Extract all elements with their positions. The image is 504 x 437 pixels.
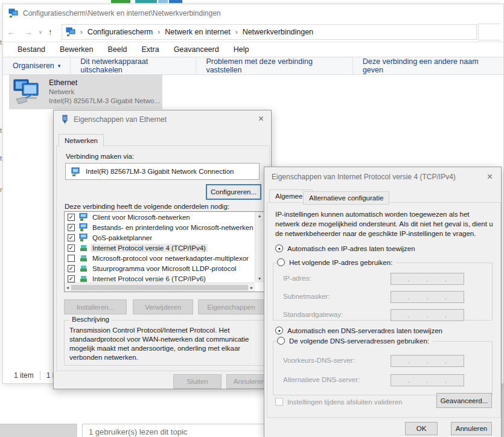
ethernet-connection-item[interactable]: Ethernet Netwerk Intel(R) 82567LM-3 Giga… bbox=[9, 74, 162, 109]
menu-beeld[interactable]: Beeld bbox=[100, 45, 134, 54]
search-box[interactable] bbox=[478, 24, 500, 40]
radio-auto-dns[interactable]: ● Automatisch een DNS-serveradres laten … bbox=[275, 327, 442, 334]
breadcrumb-separator[interactable]: › bbox=[235, 28, 238, 36]
dialog-titlebar[interactable]: Eigenschappen van Ethernet bbox=[54, 110, 271, 129]
dialog-title: Eigenschappen van Ethernet bbox=[74, 115, 167, 124]
intro-text: IP-instellingen kunnen automatisch worde… bbox=[275, 209, 495, 238]
topic-readers-text: 1 gebruiker(s) lezen dit topic bbox=[89, 427, 187, 436]
configure-button[interactable]: Configureren... bbox=[206, 184, 261, 200]
components-list[interactable]: ✓ Client voor Microsoft-netwerken ✓ Best… bbox=[64, 211, 264, 292]
preferred-dns-field[interactable]: . . . bbox=[391, 355, 464, 367]
window-title: Configuratiescherm\Netwerk en internet\N… bbox=[23, 9, 221, 18]
alternate-dns-field[interactable]: . . . bbox=[391, 374, 464, 386]
remove-button[interactable]: Verwijderen bbox=[133, 299, 193, 314]
adapter-icon bbox=[71, 167, 80, 176]
up-button[interactable]: ↑ bbox=[48, 27, 53, 37]
explorer-titlebar[interactable]: Configuratiescherm\Netwerk en internet\N… bbox=[3, 4, 503, 22]
back-button[interactable]: ← bbox=[7, 27, 16, 37]
install-button[interactable]: Installeren... bbox=[64, 299, 127, 314]
radio-manual-dns[interactable]: De volgende DNS-serveradressen gebruiken… bbox=[277, 337, 433, 345]
background-fragment bbox=[111, 0, 130, 3]
client-icon bbox=[78, 213, 88, 221]
vertical-scrollbar[interactable]: ▴ ▾ bbox=[255, 212, 264, 282]
address-location-icon bbox=[66, 27, 75, 37]
validate-settings-checkbox[interactable]: Instellingen tijdens afsluiten valideren bbox=[275, 398, 403, 406]
list-item[interactable]: Microsoft-protocol voor netwerkadapter-m… bbox=[65, 253, 264, 263]
dialog-title: Eigenschappen van Internet Protocol vers… bbox=[272, 173, 456, 181]
checkbox[interactable]: ✓ bbox=[68, 265, 75, 272]
breadcrumb-separator: › bbox=[80, 28, 83, 36]
ipv4-properties-dialog: Eigenschappen van Internet Protocol vers… bbox=[264, 167, 502, 437]
close-icon[interactable]: × bbox=[487, 172, 493, 182]
properties-button[interactable]: Eigenschappen bbox=[198, 299, 264, 314]
list-item[interactable]: ✓ Client voor Microsoft-netwerken bbox=[65, 212, 264, 222]
scroll-left-icon[interactable]: ◂ bbox=[66, 285, 69, 290]
forward-button[interactable]: → bbox=[24, 27, 33, 37]
scroll-right-icon[interactable]: ▸ bbox=[250, 285, 253, 290]
menu-bestand[interactable]: Bestand bbox=[10, 45, 53, 54]
diagnose-connection-button[interactable]: Problemen met deze verbinding vaststelle… bbox=[196, 57, 352, 74]
disable-device-button[interactable]: Dit netwerkapparaat uitschakelen bbox=[71, 57, 196, 74]
ethernet-adapter-icon bbox=[13, 77, 43, 106]
menu-extra[interactable]: Extra bbox=[134, 45, 166, 54]
default-gateway-label: Standaardgateway: bbox=[283, 311, 343, 318]
list-item[interactable]: ✓ Internet Protocol versie 4 (TCP/IPv4) bbox=[65, 243, 264, 253]
organize-button[interactable]: Organiseren ▾ bbox=[3, 57, 71, 74]
component-label: Client voor Microsoft-netwerken bbox=[91, 213, 192, 222]
checkbox[interactable]: ✓ bbox=[68, 224, 75, 231]
ip-address-field[interactable]: . . . bbox=[391, 273, 464, 285]
checkbox[interactable]: ✓ bbox=[68, 275, 75, 282]
default-gateway-field[interactable]: . . . bbox=[391, 309, 464, 321]
tab-netwerken[interactable]: Netwerken bbox=[59, 134, 104, 147]
menu-geavanceerd[interactable]: Geavanceerd bbox=[167, 45, 226, 54]
dialog-titlebar[interactable]: Eigenschappen van Internet Protocol vers… bbox=[264, 167, 501, 187]
checkbox[interactable]: ✓ bbox=[68, 244, 75, 252]
menu-bewerken[interactable]: Bewerken bbox=[53, 45, 101, 54]
list-item[interactable]: ✓ Bestands- en printerdeling voor Micros… bbox=[65, 222, 264, 232]
subnet-mask-field[interactable]: . . . bbox=[391, 291, 464, 303]
component-label: Internet Protocol versie 6 (TCP/IPv6) bbox=[91, 275, 208, 283]
menu-help[interactable]: Help bbox=[226, 45, 257, 54]
scrollbar-thumb[interactable] bbox=[71, 285, 248, 290]
menu-bar: Bestand Bewerken Beeld Extra Geavanceerd… bbox=[3, 42, 503, 57]
checkbox-icon[interactable] bbox=[275, 398, 283, 406]
breadcrumb-item[interactable]: Configuratiescherm bbox=[88, 28, 153, 36]
radio-icon[interactable]: ● bbox=[275, 244, 283, 252]
radio-icon[interactable] bbox=[277, 337, 285, 345]
address-bar[interactable]: › Configuratiescherm › Netwerk en intern… bbox=[62, 24, 477, 40]
breadcrumb-separator[interactable]: › bbox=[158, 28, 160, 36]
tab-alternatieve-configuratie[interactable]: Alternatieve configuratie bbox=[303, 191, 389, 205]
close-icon[interactable]: × bbox=[258, 114, 264, 124]
horizontal-scrollbar[interactable]: ◂ ▸ bbox=[65, 282, 255, 292]
subnet-mask-label: Subnetmasker: bbox=[283, 293, 330, 300]
chevron-down-icon: ▾ bbox=[58, 63, 61, 69]
checkbox[interactable]: ✓ bbox=[68, 234, 75, 241]
item-count: 1 item bbox=[14, 371, 34, 380]
connection-device: Intel(R) 82567LM-3 Gigabit Netwo... bbox=[49, 97, 160, 106]
component-label: Stuurprogramma voor Microsoft LLDP-proto… bbox=[91, 264, 238, 273]
cancel-button[interactable]: Annuleren bbox=[451, 422, 492, 435]
protocol-icon bbox=[78, 244, 88, 252]
breadcrumb-item[interactable]: Netwerkverbindingen bbox=[243, 28, 313, 36]
rename-connection-button[interactable]: Deze verbinding een andere naam geven bbox=[353, 57, 503, 74]
protocol-icon bbox=[78, 264, 88, 272]
checkbox[interactable]: ✓ bbox=[68, 214, 75, 221]
radio-icon[interactable] bbox=[277, 258, 285, 266]
list-item[interactable]: ✓ QoS-pakketplanner bbox=[65, 232, 264, 243]
advanced-button[interactable]: Geavanceerd... bbox=[436, 393, 492, 408]
close-button[interactable]: Sluiten bbox=[173, 374, 222, 389]
scroll-down-icon[interactable]: ▾ bbox=[258, 276, 261, 281]
ok-button[interactable]: OK bbox=[405, 422, 438, 435]
list-item[interactable]: ✓ Stuurprogramma voor Microsoft LLDP-pro… bbox=[65, 263, 264, 273]
scroll-up-icon[interactable]: ▴ bbox=[258, 213, 261, 218]
radio-auto-ip[interactable]: ● Automatisch een IP-adres laten toewijz… bbox=[275, 244, 415, 252]
recent-locations-dropdown[interactable]: ∨ bbox=[39, 30, 42, 35]
radio-icon[interactable]: ● bbox=[275, 327, 283, 334]
connect-via-label: Verbinding maken via: bbox=[66, 153, 134, 160]
preferred-dns-label: Voorkeurs-DNS-server: bbox=[283, 357, 355, 364]
breadcrumb-item[interactable]: Netwerk en internet bbox=[165, 28, 230, 36]
alternate-dns-label: Alternatieve DNS-server: bbox=[283, 376, 360, 383]
radio-manual-ip[interactable]: Het volgende IP-adres gebruiken: bbox=[277, 258, 396, 266]
checkbox[interactable] bbox=[68, 255, 75, 262]
network-connections-icon bbox=[8, 8, 18, 18]
